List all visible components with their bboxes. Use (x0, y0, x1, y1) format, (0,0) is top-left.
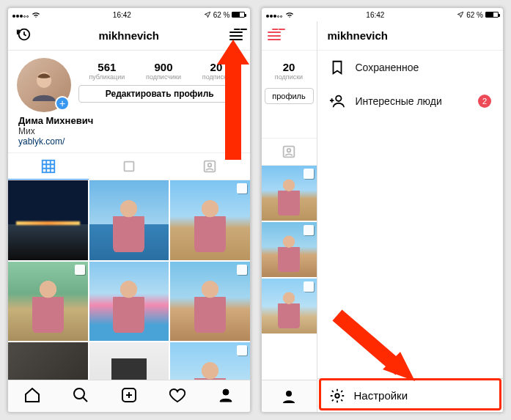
multi-photo-icon (304, 281, 314, 292)
menu-badge: 1 (234, 29, 247, 30)
photo-cell[interactable] (8, 262, 88, 342)
bottom-nav (8, 380, 250, 412)
stat-posts[interactable]: 561публикации (89, 61, 125, 81)
multi-photo-icon (304, 169, 314, 179)
photo-cell[interactable] (170, 180, 250, 260)
nav-profile-icon[interactable] (217, 386, 235, 407)
bookmark-icon (329, 59, 345, 75)
profile-bio: Дима Михневич Мих yablyk.com/ (8, 114, 250, 152)
profile-under-drawer: 1 20 подписки профиль (262, 21, 317, 412)
profile-stats: 561публикации 900подписчики 20подписки (78, 58, 241, 81)
tab-grid[interactable] (8, 153, 89, 180)
avatar-wrapper[interactable]: + (17, 58, 71, 112)
under-stat-num: 20 (262, 51, 317, 73)
battery-percent: 62 % (213, 11, 230, 19)
phone-right-drawer: 16:42 62 % 1 20 подписки профиль (261, 7, 504, 413)
profile-info-row: + 561публикации 900подписчики 20подписки… (8, 51, 250, 114)
add-person-icon (329, 93, 345, 109)
signal-dots-icon (266, 11, 283, 19)
wifi-icon (285, 11, 294, 18)
under-photo-strip (262, 166, 317, 334)
drawer-item-label: Интересные люди (356, 95, 442, 107)
location-arrow-icon (457, 11, 464, 18)
profile-tabs (8, 152, 250, 180)
under-stat-label: подписки (262, 73, 317, 85)
bio-subtitle: Мих (18, 126, 240, 136)
battery-icon (232, 12, 245, 18)
status-bar: 16:42 62 % (8, 8, 250, 21)
side-drawer: mikhnevich Сохраненное Интересные люди 2… (317, 21, 504, 412)
photo-cell[interactable] (8, 342, 88, 380)
nav-add-icon[interactable] (120, 386, 138, 407)
svg-point-6 (207, 163, 211, 167)
profile-header: mikhnevich 1 (8, 21, 250, 51)
multi-photo-icon (237, 265, 247, 275)
tab-tagged[interactable] (169, 153, 250, 180)
multi-photo-icon (75, 265, 85, 275)
multi-photo-icon (237, 345, 247, 355)
svg-rect-4 (124, 162, 133, 172)
stat-following[interactable]: 20подписки (202, 61, 230, 81)
drawer-item-saved[interactable]: Сохраненное (317, 51, 504, 84)
drawer-item-badge: 2 (478, 95, 491, 108)
svg-point-7 (74, 388, 84, 399)
nav-search-icon[interactable] (72, 386, 89, 407)
photo-cell[interactable] (8, 180, 88, 260)
photo-cell[interactable] (170, 342, 250, 380)
drawer-item-discover[interactable]: Интересные люди 2 (317, 84, 504, 118)
stat-followers[interactable]: 900подписчики (146, 61, 181, 81)
photo-cell[interactable] (170, 262, 250, 342)
location-arrow-icon (204, 11, 211, 18)
status-time: 16:42 (366, 11, 384, 19)
battery-percent: 62 % (466, 11, 483, 19)
under-edit-button[interactable]: профиль (265, 88, 314, 104)
svg-point-12 (286, 391, 292, 397)
edit-profile-button[interactable]: Редактировать профиль (78, 85, 241, 103)
signal-dots-icon (12, 11, 29, 19)
battery-icon (485, 12, 499, 18)
photo-cell[interactable] (262, 222, 317, 277)
multi-photo-icon (237, 183, 247, 194)
photo-cell[interactable] (262, 166, 317, 221)
tab-feed[interactable] (89, 153, 169, 180)
multi-photo-icon (304, 225, 314, 235)
menu-hamburger-icon[interactable]: 1 (229, 32, 243, 40)
svg-point-11 (287, 149, 291, 152)
menu-badge: 1 (272, 29, 285, 30)
svg-point-9 (223, 389, 229, 395)
drawer-username: mikhnevich (317, 21, 504, 51)
header-username: mikhnevich (8, 29, 250, 42)
photo-grid: SHABO (8, 180, 250, 380)
phone-left-profile: 16:42 62 % mikhnevich 1 + 561публикации … (7, 7, 251, 413)
bio-name: Дима Михневич (18, 115, 240, 126)
nav-home-icon[interactable] (23, 386, 41, 407)
menu-hamburger-icon[interactable]: 1 (268, 32, 281, 40)
photo-cell[interactable] (89, 180, 169, 260)
bio-link[interactable]: yablyk.com/ (18, 136, 240, 147)
wifi-icon (32, 11, 40, 18)
nav-activity-icon[interactable] (169, 386, 186, 407)
add-story-plus-icon[interactable]: + (55, 96, 70, 111)
svg-rect-3 (43, 160, 55, 172)
photo-cell[interactable] (89, 262, 169, 342)
photo-label-shabo: SHABO (89, 361, 169, 369)
photo-cell[interactable]: SHABO (89, 342, 169, 380)
under-nav-profile[interactable] (262, 380, 317, 412)
drawer-item-label: Сохраненное (356, 62, 419, 73)
status-bar: 16:42 62 % (262, 8, 504, 21)
tab-tagged[interactable] (262, 138, 317, 166)
annotation-highlight-settings (319, 378, 502, 410)
status-time: 16:42 (113, 11, 131, 19)
svg-point-13 (336, 96, 341, 101)
photo-cell[interactable] (262, 279, 317, 334)
